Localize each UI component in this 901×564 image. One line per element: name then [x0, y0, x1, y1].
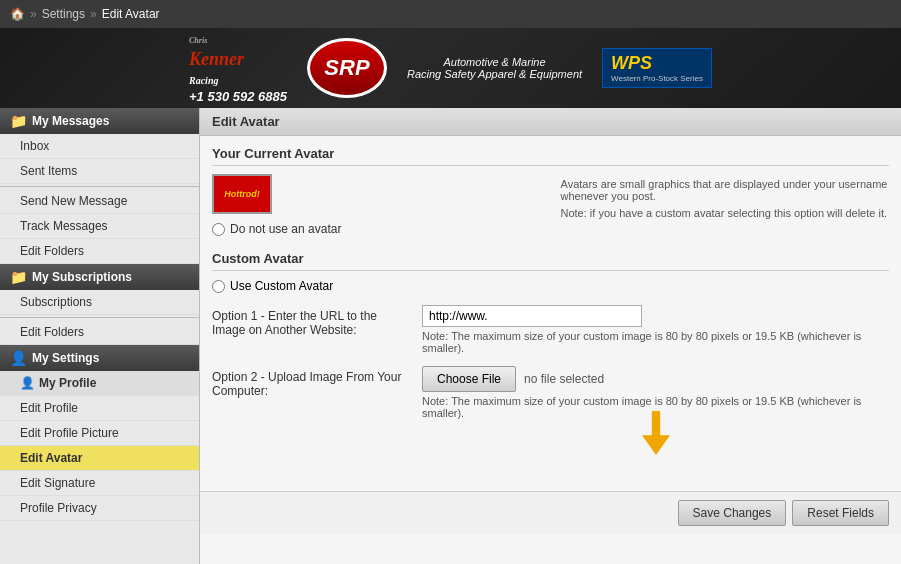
- messages-folder-icon: 📁: [10, 113, 27, 129]
- settings-header-label: My Settings: [32, 351, 99, 365]
- sidebar-item-edit-signature[interactable]: Edit Signature: [0, 471, 199, 496]
- url-input[interactable]: [422, 305, 642, 327]
- content-header: Edit Avatar: [200, 108, 901, 136]
- do-not-use-label: Do not use an avatar: [230, 222, 341, 236]
- option2-label: Option 2 - Upload Image From Your Comput…: [212, 366, 412, 398]
- option1-label: Option 1 - Enter the URL to the Image on…: [212, 305, 412, 337]
- content-area: Edit Avatar Your Current Avatar Hottrod!: [200, 108, 901, 564]
- sidebar-item-send-new[interactable]: Send New Message: [0, 189, 199, 214]
- banner: Chris Kenner Racing +1 530 592 6885 SRP …: [0, 28, 901, 108]
- sidebar-divider-1: [0, 186, 199, 187]
- breadcrumb-current: Edit Avatar: [102, 7, 160, 21]
- breadcrumb-settings[interactable]: Settings: [42, 7, 85, 21]
- srp-tagline: Automotive & Marine Racing Safety Appare…: [407, 56, 582, 80]
- arrow-container: [212, 431, 889, 481]
- choose-file-button[interactable]: Choose File: [422, 366, 516, 392]
- settings-icon: 👤: [10, 350, 27, 366]
- wps-subtitle: Western Pro-Stock Series: [611, 74, 703, 83]
- avatar-note: Note: if you have a custom avatar select…: [561, 207, 890, 219]
- option2-row: Option 2 - Upload Image From Your Comput…: [212, 366, 889, 419]
- kenner-logo: Chris Kenner Racing +1 530 592 6885: [189, 30, 287, 107]
- avatar-description: Avatars are small graphics that are disp…: [561, 178, 890, 202]
- reset-fields-button[interactable]: Reset Fields: [792, 500, 889, 526]
- main-layout: 📁 My Messages Inbox Sent Items Send New …: [0, 108, 901, 564]
- sidebar-item-subscriptions[interactable]: Subscriptions: [0, 290, 199, 315]
- breadcrumb-separator2: »: [90, 7, 97, 21]
- sidebar-item-edit-profile[interactable]: Edit Profile: [0, 396, 199, 421]
- custom-avatar-section: Custom Avatar Use Custom Avatar Option 1…: [212, 251, 889, 481]
- current-avatar-section: Your Current Avatar Hottrod! Do not use …: [212, 146, 889, 236]
- use-custom-row[interactable]: Use Custom Avatar: [212, 279, 889, 293]
- avatar-image: Hottrod!: [212, 174, 272, 214]
- do-not-use-avatar-option[interactable]: Do not use an avatar: [212, 222, 541, 236]
- kenner-phone: +1 530 592 6885: [189, 89, 287, 106]
- settings-section-header: 👤 My Settings: [0, 345, 199, 371]
- sidebar-item-track[interactable]: Track Messages: [0, 214, 199, 239]
- option1-row: Option 1 - Enter the URL to the Image on…: [212, 305, 889, 354]
- down-arrow: [642, 411, 670, 455]
- use-custom-radio[interactable]: [212, 280, 225, 293]
- wps-logo: WPS Western Pro-Stock Series: [602, 48, 712, 88]
- sidebar: 📁 My Messages Inbox Sent Items Send New …: [0, 108, 200, 564]
- sidebar-item-edit-profile-picture[interactable]: Edit Profile Picture: [0, 421, 199, 446]
- option1-input-area: Note: The maximum size of your custom im…: [422, 305, 889, 354]
- option1-note: Note: The maximum size of your custom im…: [422, 330, 889, 354]
- subscriptions-section-header: 📁 My Subscriptions: [0, 264, 199, 290]
- do-not-use-radio[interactable]: [212, 223, 225, 236]
- sidebar-item-edit-folders-subs[interactable]: Edit Folders: [0, 320, 199, 345]
- messages-section-header: 📁 My Messages: [0, 108, 199, 134]
- breadcrumb-separator1: »: [30, 7, 37, 21]
- sidebar-item-my-profile[interactable]: 👤My Profile: [0, 371, 199, 396]
- file-row: Choose File no file selected: [422, 366, 889, 392]
- sidebar-item-sent[interactable]: Sent Items: [0, 159, 199, 184]
- top-nav-bar: 🏠 » Settings » Edit Avatar: [0, 0, 901, 28]
- custom-avatar-title: Custom Avatar: [212, 251, 889, 271]
- subscriptions-folder-icon: 📁: [10, 269, 27, 285]
- subscriptions-header-label: My Subscriptions: [32, 270, 132, 284]
- file-status: no file selected: [524, 372, 604, 386]
- save-changes-button[interactable]: Save Changes: [678, 500, 787, 526]
- wps-text: WPS: [611, 53, 703, 74]
- kenner-brand-name: Chris Kenner Racing: [189, 30, 287, 90]
- sidebar-item-edit-avatar[interactable]: Edit Avatar: [0, 446, 199, 471]
- srp-logo: SRP: [307, 38, 387, 98]
- sidebar-divider-2: [0, 317, 199, 318]
- home-icon[interactable]: 🏠: [10, 7, 25, 21]
- current-avatar-title: Your Current Avatar: [212, 146, 889, 166]
- content-footer: Save Changes Reset Fields: [200, 491, 901, 534]
- sidebar-item-profile-privacy[interactable]: Profile Privacy: [0, 496, 199, 521]
- use-custom-label: Use Custom Avatar: [230, 279, 333, 293]
- sidebar-item-inbox[interactable]: Inbox: [0, 134, 199, 159]
- srp-text: SRP: [324, 55, 369, 81]
- current-avatar-box: Hottrod!: [212, 174, 541, 214]
- content-body: Your Current Avatar Hottrod! Do not use …: [200, 136, 901, 491]
- sidebar-item-edit-folders-msg[interactable]: Edit Folders: [0, 239, 199, 264]
- messages-header-label: My Messages: [32, 114, 109, 128]
